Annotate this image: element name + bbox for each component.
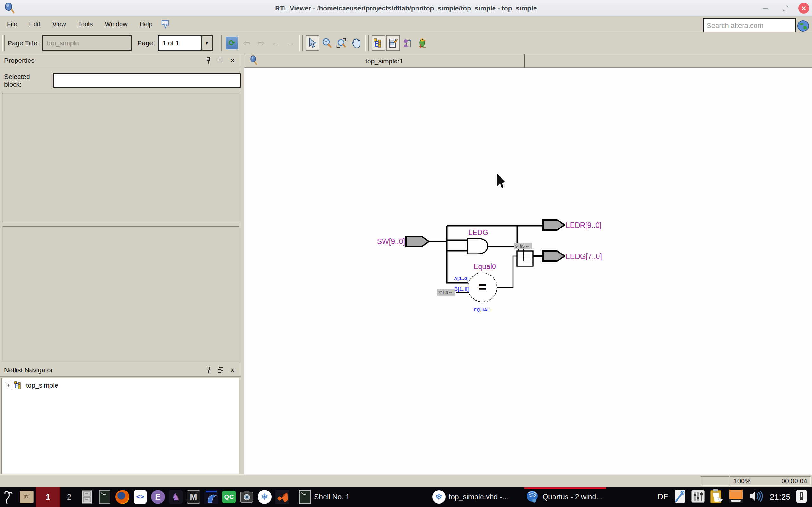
pan-tool-button[interactable] bbox=[350, 36, 363, 51]
task-shell[interactable]: > Shell No. 1 bbox=[299, 490, 350, 504]
swap-instance-button[interactable] bbox=[401, 36, 414, 51]
workspace-2[interactable]: 2 bbox=[60, 487, 78, 507]
close-panel-icon[interactable]: ✕ bbox=[229, 366, 236, 375]
toolbar-grip[interactable] bbox=[365, 35, 368, 51]
schematic-area: top_simple:1 bbox=[244, 54, 812, 474]
workspace-1[interactable]: 1 bbox=[36, 487, 60, 507]
menu-tools[interactable]: Tools bbox=[74, 19, 97, 30]
port-b-label: B[1..0] bbox=[454, 286, 469, 291]
tree-row-top-simple[interactable]: + top_simple bbox=[2, 378, 239, 390]
wireshark-icon[interactable] bbox=[204, 489, 218, 504]
page-title-input[interactable] bbox=[42, 35, 132, 51]
keyboard-layout-indicator[interactable]: DE bbox=[658, 493, 668, 501]
globe-icon[interactable] bbox=[797, 20, 809, 32]
selected-block-input[interactable] bbox=[53, 73, 241, 88]
pin-icon[interactable] bbox=[205, 56, 212, 65]
zoom-tool-button[interactable]: ± bbox=[320, 36, 334, 51]
minimize-button[interactable] bbox=[759, 3, 771, 14]
mixer-icon[interactable] bbox=[691, 489, 705, 504]
netlist-tree: + top_simple bbox=[1, 378, 240, 474]
tree-item-label[interactable]: top_simple bbox=[26, 382, 58, 389]
equal-operator[interactable]: Equal0 = A[1..0] B[1..0] EQUAL bbox=[454, 262, 497, 313]
menu-file[interactable]: File bbox=[3, 19, 21, 30]
back-button[interactable]: ⇦ bbox=[240, 36, 253, 51]
refresh-button[interactable]: ⟳ bbox=[225, 36, 239, 51]
close-button[interactable]: ✕ bbox=[798, 3, 809, 14]
zoom-fit-button[interactable] bbox=[335, 36, 348, 51]
properties-empty-area-top bbox=[2, 93, 239, 222]
clock[interactable]: 21:25 bbox=[770, 492, 791, 502]
screenshot-tool-icon[interactable] bbox=[240, 489, 254, 504]
screen: RTL Viewer - /home/caeuser/projects/dtla… bbox=[0, 0, 812, 507]
status-bar: 100% 00:00:04 bbox=[0, 474, 812, 487]
pin-icon[interactable] bbox=[205, 366, 212, 375]
float-panel-icon[interactable] bbox=[217, 56, 224, 65]
task-label: Shell No. 1 bbox=[314, 493, 350, 501]
and-gate[interactable]: LEDG bbox=[467, 228, 488, 254]
notes-icon[interactable] bbox=[728, 489, 743, 505]
title-bar: RTL Viewer - /home/caeuser/projects/dtla… bbox=[0, 0, 812, 16]
firefox-icon[interactable] bbox=[115, 489, 130, 504]
menu-help[interactable]: Help bbox=[136, 19, 156, 30]
svg-text:±: ± bbox=[325, 39, 327, 44]
float-panel-icon[interactable] bbox=[217, 366, 224, 375]
elapsed-time: 00:00:04 bbox=[781, 477, 807, 485]
qc-app-icon[interactable]: QC bbox=[222, 489, 236, 504]
constant-and-value[interactable]: 3' h5 -- bbox=[514, 243, 531, 249]
toolbar-grip[interactable] bbox=[2, 35, 5, 51]
emacs-icon[interactable]: E bbox=[151, 489, 165, 504]
search-input[interactable] bbox=[704, 19, 795, 33]
maximize-button[interactable] bbox=[780, 3, 791, 14]
selected-block-row: Selected block: bbox=[0, 72, 241, 89]
task-vhd-editor[interactable]: ❄ top_simple.vhd -... bbox=[432, 490, 508, 504]
menu-view[interactable]: View bbox=[49, 19, 70, 30]
previous-page-button[interactable]: ← bbox=[269, 36, 282, 51]
next-page-button[interactable]: → bbox=[284, 36, 297, 51]
properties-panel-button[interactable] bbox=[386, 36, 400, 51]
m-app-icon[interactable]: M bbox=[186, 489, 201, 504]
bird-button[interactable] bbox=[415, 36, 429, 51]
expand-icon[interactable]: + bbox=[5, 382, 11, 389]
svg-text:>: > bbox=[101, 491, 103, 496]
window-manager-icon[interactable] bbox=[2, 489, 16, 504]
constant-b-value[interactable]: 2' h3 -- bbox=[437, 289, 455, 296]
clipboard-icon[interactable] bbox=[710, 489, 723, 505]
page-title-label: Page Title: bbox=[8, 39, 39, 47]
page-select[interactable]: 1 of 1 ▼ bbox=[158, 35, 212, 51]
instance-icon bbox=[403, 38, 413, 48]
file-manager-icon[interactable]: [D] bbox=[19, 489, 34, 504]
forward-button[interactable]: ⇨ bbox=[254, 36, 268, 51]
shell-task-icon: > bbox=[299, 490, 311, 504]
close-icon: ✕ bbox=[798, 3, 809, 14]
equal-block-title: Equal0 bbox=[473, 262, 496, 271]
schematic-canvas[interactable]: LEDG Equal0 = A[1..0] B[1..0] EQUAL 3' h… bbox=[244, 68, 812, 474]
urgent-indicator bbox=[524, 487, 606, 489]
file-cabinet-icon[interactable] bbox=[80, 489, 94, 504]
code-editor-icon[interactable]: <> bbox=[133, 489, 148, 504]
matlab-icon[interactable] bbox=[275, 489, 290, 504]
context-help-icon[interactable] bbox=[161, 19, 170, 29]
tab-top-simple[interactable]: top_simple:1 bbox=[244, 54, 525, 68]
show-desktop-icon[interactable] bbox=[796, 489, 808, 505]
selection-tool-button[interactable] bbox=[306, 36, 319, 51]
close-panel-icon[interactable]: ✕ bbox=[229, 56, 236, 65]
panel-splitter[interactable] bbox=[241, 54, 244, 474]
menu-window[interactable]: Window bbox=[101, 19, 131, 30]
gnu-icon[interactable]: ♞ bbox=[168, 489, 183, 504]
screen-lock-icon[interactable] bbox=[673, 489, 686, 504]
task-quartus[interactable]: Quartus - 2 wind... bbox=[526, 490, 602, 504]
taskbar: [D] 1 2 > <> E ♞ bbox=[0, 487, 812, 507]
volume-icon[interactable] bbox=[748, 489, 765, 504]
bus-merge-symbol[interactable] bbox=[517, 249, 533, 266]
quartus-snowflake-icon[interactable]: ❄ bbox=[257, 489, 272, 504]
properties-panel-title: Properties bbox=[0, 57, 35, 64]
toolbar-grip[interactable] bbox=[219, 35, 222, 51]
input-pin-sw[interactable]: SW[9..0] bbox=[377, 236, 429, 246]
menu-edit[interactable]: Edit bbox=[26, 19, 44, 30]
toolbar-grip[interactable] bbox=[299, 35, 303, 51]
netlist-navigator-button[interactable] bbox=[372, 36, 385, 51]
terminal-app-icon[interactable]: > bbox=[97, 489, 112, 504]
chevron-down-icon[interactable]: ▼ bbox=[201, 36, 212, 50]
output-pin-ledg[interactable]: LEDG[7..0] bbox=[543, 251, 602, 261]
output-pin-ledr[interactable]: LEDR[9..0] bbox=[543, 220, 602, 230]
